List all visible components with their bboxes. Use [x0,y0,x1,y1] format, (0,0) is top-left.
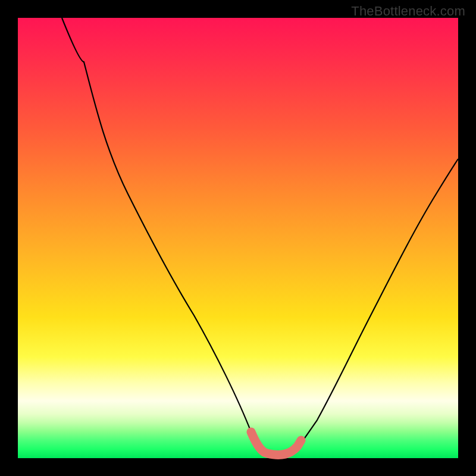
watermark-text: TheBottleneck.com [351,4,465,19]
curve-svg [18,18,458,458]
valley-highlight-segment [251,432,301,455]
chart-container: TheBottleneck.com [0,0,476,476]
plot-area [18,18,458,458]
bottleneck-curve-line [62,18,458,454]
